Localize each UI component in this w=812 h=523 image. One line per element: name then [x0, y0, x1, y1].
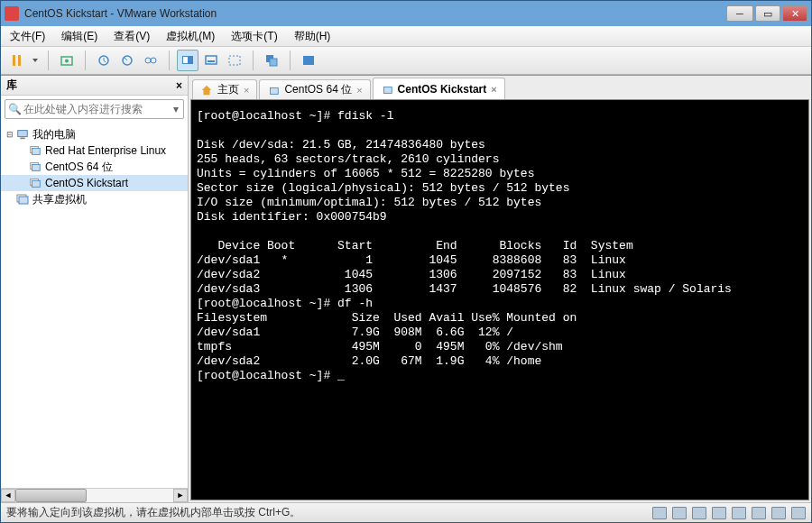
power-on-button[interactable]: [6, 50, 28, 71]
main-panel: 主页 × CentOS 64 位 × CentOS Kickstart × [r…: [189, 76, 811, 502]
search-icon: 🔍: [5, 103, 23, 115]
tab-label: 主页: [217, 82, 239, 97]
tree-label: CentOS Kickstart: [45, 177, 128, 189]
device-sound-icon[interactable]: [752, 507, 766, 519]
svg-rect-10: [206, 56, 217, 64]
minimize-button[interactable]: ─: [726, 5, 753, 22]
vm-icon: [28, 144, 42, 157]
vm-console[interactable]: [root@localhost ~]# fdisk -l Disk /dev/s…: [190, 99, 809, 500]
toolbar: [1, 46, 811, 75]
snapshot-take-button[interactable]: [93, 50, 115, 71]
vm-icon: [381, 83, 393, 96]
tab-bar: 主页 × CentOS 64 位 × CentOS Kickstart ×: [189, 76, 811, 99]
tab-centos64[interactable]: CentOS 64 位 ×: [259, 79, 370, 99]
menu-file[interactable]: 文件(F): [6, 27, 49, 46]
device-display-icon[interactable]: [791, 507, 806, 519]
collapse-icon[interactable]: ⊟: [5, 130, 15, 139]
device-printer-icon[interactable]: [771, 507, 786, 519]
menu-tabs[interactable]: 选项卡(T): [227, 27, 281, 46]
show-console-button[interactable]: [177, 50, 198, 71]
svg-rect-26: [271, 87, 279, 94]
tree-label: 共享虚拟机: [32, 192, 87, 207]
device-network-icon[interactable]: [712, 507, 726, 519]
device-cd-icon[interactable]: [672, 507, 687, 519]
svg-rect-15: [303, 56, 314, 65]
svg-rect-1: [18, 55, 21, 66]
app-window: CentOS Kickstart - VMware Workstation ─ …: [0, 0, 812, 523]
search-input[interactable]: [23, 103, 169, 115]
tree-node-rhel[interactable]: Red Hat Enterprise Linux: [1, 142, 188, 159]
svg-rect-12: [229, 56, 240, 65]
sidebar-close-icon[interactable]: ×: [176, 79, 182, 92]
app-icon: [5, 6, 19, 21]
svg-point-3: [65, 60, 69, 63]
menu-vm[interactable]: 虚拟机(M): [162, 27, 218, 46]
search-box[interactable]: 🔍 ▾: [5, 99, 184, 119]
shared-icon: [15, 193, 30, 206]
menu-view[interactable]: 查看(V): [110, 27, 153, 46]
titlebar: CentOS Kickstart - VMware Workstation ─ …: [1, 1, 811, 26]
device-floppy-icon[interactable]: [692, 507, 706, 519]
device-usb-icon[interactable]: [732, 507, 746, 519]
tree-label: 我的电脑: [32, 127, 76, 142]
sidebar-scrollbar[interactable]: ◄ ►: [1, 488, 188, 502]
device-hdd-icon[interactable]: [652, 507, 667, 519]
svg-rect-16: [18, 131, 28, 137]
svg-rect-25: [19, 197, 28, 204]
sidebar-title: 库: [6, 78, 17, 93]
svg-point-6: [145, 58, 151, 63]
svg-rect-17: [20, 138, 24, 140]
snapshot-manager-button[interactable]: [140, 50, 161, 71]
svg-rect-11: [208, 60, 215, 62]
computer-icon: [15, 128, 30, 141]
close-button[interactable]: ✕: [782, 5, 807, 22]
scroll-right-icon[interactable]: ►: [173, 489, 188, 502]
menubar: 文件(F) 编辑(E) 查看(V) 虚拟机(M) 选项卡(T) 帮助(H): [1, 26, 811, 46]
svg-rect-9: [183, 57, 188, 63]
svg-rect-19: [32, 148, 41, 154]
tab-close-icon[interactable]: ×: [356, 85, 362, 96]
snapshot-revert-button[interactable]: [116, 50, 138, 71]
menu-edit[interactable]: 编辑(E): [58, 27, 101, 46]
tree-label: Red Hat Enterprise Linux: [45, 144, 166, 157]
vm-icon: [28, 161, 42, 173]
unity-button[interactable]: [261, 50, 282, 71]
sidebar: 库 × 🔍 ▾ ⊟ 我的电脑 Red Hat Enterprise Linux: [1, 76, 189, 502]
show-thumbnail-button[interactable]: [200, 50, 222, 71]
tab-close-icon[interactable]: ×: [491, 84, 496, 95]
scroll-left-icon[interactable]: ◄: [1, 489, 15, 502]
tab-home[interactable]: 主页 ×: [192, 79, 257, 99]
window-title: CentOS Kickstart - VMware Workstation: [24, 7, 724, 20]
content-area: 库 × 🔍 ▾ ⊟ 我的电脑 Red Hat Enterprise Linux: [1, 75, 811, 502]
menu-help[interactable]: 帮助(H): [291, 27, 335, 46]
tree-node-centos-kickstart[interactable]: CentOS Kickstart: [1, 175, 188, 191]
svg-rect-0: [13, 55, 15, 66]
sidebar-header: 库 ×: [1, 76, 188, 96]
status-device-icons: [652, 507, 806, 519]
vm-tree: ⊟ 我的电脑 Red Hat Enterprise Linux CentOS 6…: [1, 123, 188, 488]
tab-centos-kickstart[interactable]: CentOS Kickstart ×: [373, 78, 505, 99]
tab-label: CentOS 64 位: [284, 82, 352, 97]
power-dropdown[interactable]: [30, 50, 41, 71]
svg-rect-14: [270, 59, 277, 66]
svg-point-7: [151, 58, 156, 63]
tab-label: CentOS Kickstart: [398, 83, 487, 96]
svg-rect-23: [32, 180, 41, 187]
tree-node-shared[interactable]: 共享虚拟机: [1, 191, 188, 207]
status-text: 要将输入定向到该虚拟机，请在虚拟机内部单击或按 Ctrl+G。: [6, 505, 300, 520]
search-dropdown-icon[interactable]: ▾: [169, 103, 183, 115]
statusbar: 要将输入定向到该虚拟机，请在虚拟机内部单击或按 Ctrl+G。: [1, 502, 811, 522]
tree-label: CentOS 64 位: [45, 160, 113, 175]
vm-icon: [28, 177, 42, 189]
tree-node-centos64[interactable]: CentOS 64 位: [1, 159, 188, 175]
tab-close-icon[interactable]: ×: [244, 85, 249, 96]
maximize-button[interactable]: ▭: [755, 5, 780, 22]
fullscreen-button[interactable]: [298, 50, 319, 71]
snapshot-button[interactable]: [56, 50, 78, 71]
stretch-button[interactable]: [224, 50, 245, 71]
home-icon: [200, 84, 213, 96]
tree-node-my-computer[interactable]: ⊟ 我的电脑: [1, 126, 188, 142]
vm-icon: [267, 84, 280, 96]
svg-rect-21: [32, 164, 41, 170]
scroll-thumb[interactable]: [15, 489, 87, 502]
